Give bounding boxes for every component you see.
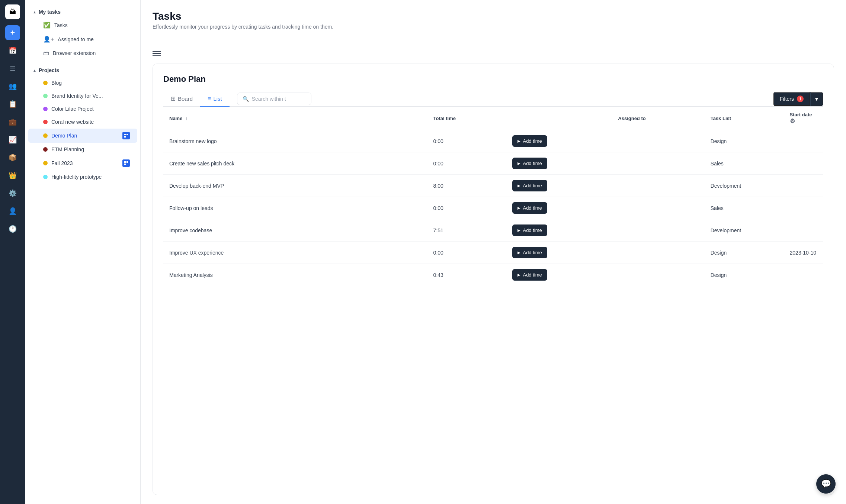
list-icon: ≡ — [208, 96, 211, 102]
task-btn-cell-4: ▶ Add time — [506, 219, 612, 242]
play-icon-6: ▶ — [517, 273, 520, 277]
task-btn-cell-1: ▶ Add time — [506, 152, 612, 175]
project-dot-3 — [43, 120, 48, 124]
project-badge-4 — [122, 132, 130, 139]
task-list-cell-5: Design — [705, 242, 784, 264]
sidebar-item-browser-ext[interactable]: 🗃 Browser extension — [28, 46, 137, 60]
play-icon-0: ▶ — [517, 139, 520, 143]
table-row: Brainstorm new logo 0:00 ▶ Add time Desi… — [163, 130, 823, 152]
sidebar-project-item-4[interactable]: Demo Plan — [28, 129, 137, 143]
sidebar-item-tasks[interactable]: ✅ Tasks — [28, 18, 137, 32]
sidebar-project-item-0[interactable]: Blog — [28, 77, 137, 89]
plus-icon: + — [10, 28, 15, 38]
add-time-button-3[interactable]: ▶ Add time — [512, 202, 547, 214]
logo: 🏔 — [5, 4, 20, 19]
sidebar-project-item-1[interactable]: Brand Identity for Ve... — [28, 90, 137, 102]
filters-count-badge: 1 — [797, 96, 804, 102]
table-row: Improve UX experience 0:00 ▶ Add time De… — [163, 242, 823, 264]
add-time-button-4[interactable]: ▶ Add time — [512, 224, 547, 236]
task-name-cell-5: Improve UX experience — [163, 242, 427, 264]
project-label-4: Demo Plan — [51, 133, 77, 139]
task-time-cell-4: 7:51 — [427, 219, 507, 242]
chat-button[interactable]: 💬 — [816, 474, 836, 494]
nav-history[interactable]: 🕐 — [5, 222, 20, 236]
svg-rect-5 — [124, 164, 126, 165]
col-header-btn — [506, 107, 612, 130]
filters-dropdown-button[interactable]: ▾ — [810, 92, 823, 106]
add-button[interactable]: + — [5, 25, 20, 40]
sidebar-project-item-7[interactable]: High-fidelity prototype — [28, 171, 137, 183]
nav-settings[interactable]: ⚙️ — [5, 186, 20, 201]
filters-main-button[interactable]: Filters 1 — [773, 92, 810, 106]
nav-projects[interactable]: 📋 — [5, 97, 20, 112]
nav-rail: 🏔 + 📅 ☰ 👥 📋 💼 📈 📦 👑 ⚙️ 👤 🕐 — [0, 0, 25, 504]
task-name-1: Create new sales pitch deck — [169, 161, 234, 167]
nav-analytics[interactable]: 📈 — [5, 132, 20, 147]
project-label-7: High-fidelity prototype — [51, 174, 102, 180]
projects-section[interactable]: ▲ Projects — [25, 64, 140, 76]
page-title: Tasks — [153, 10, 834, 22]
tab-list[interactable]: ≡ List — [200, 92, 230, 107]
add-time-label-5: Add time — [523, 250, 542, 255]
task-btn-cell-6: ▶ Add time — [506, 264, 612, 286]
sort-icon: ↑ — [185, 116, 188, 121]
sidebar-project-item-2[interactable]: Color Lilac Project — [28, 103, 137, 115]
sidebar-project-item-3[interactable]: Coral new website — [28, 116, 137, 128]
nav-work[interactable]: 💼 — [5, 114, 20, 129]
sidebar-project-item-6[interactable]: Fall 2023 — [28, 156, 137, 170]
project-label-1: Brand Identity for Ve... — [51, 93, 103, 99]
task-list-cell-4: Development — [705, 219, 784, 242]
my-tasks-section[interactable]: ▲ My tasks — [25, 6, 140, 18]
play-icon-5: ▶ — [517, 251, 520, 255]
task-list-cell-1: Sales — [705, 152, 784, 175]
main-content: Tasks Effortlessly monitor your progress… — [141, 0, 846, 504]
task-time-cell-3: 0:00 — [427, 197, 507, 219]
table-row: Marketing Analysis 0:43 ▶ Add time Desig… — [163, 264, 823, 286]
column-settings-icon[interactable]: ⚙ — [790, 118, 795, 124]
task-date-cell-5: 2023-10-10 — [784, 242, 823, 264]
play-icon-3: ▶ — [517, 206, 520, 210]
content-area: Demo Plan ⊞ Board ≡ List 🔍 Search within… — [141, 36, 846, 504]
nav-menu[interactable]: ☰ — [5, 61, 20, 76]
project-dot-5 — [43, 147, 48, 152]
add-time-button-0[interactable]: ▶ Add time — [512, 135, 547, 147]
add-time-button-2[interactable]: ▶ Add time — [512, 180, 547, 191]
add-time-button-6[interactable]: ▶ Add time — [512, 269, 547, 281]
task-time-cell-0: 0:00 — [427, 130, 507, 152]
nav-crown[interactable]: 👑 — [5, 168, 20, 183]
project-badge-6 — [122, 159, 130, 167]
nav-account[interactable]: 👤 — [5, 204, 20, 219]
tab-board[interactable]: ⊞ Board — [163, 91, 200, 107]
add-time-button-1[interactable]: ▶ Add time — [512, 158, 547, 169]
task-name-cell-4: Improve codebase — [163, 219, 427, 242]
task-btn-cell-2: ▶ Add time — [506, 175, 612, 197]
task-name-0: Brainstorm new logo — [169, 138, 217, 144]
task-table-body: Brainstorm new logo 0:00 ▶ Add time Desi… — [163, 130, 823, 286]
add-time-label-1: Add time — [523, 161, 542, 166]
sidebar-project-item-5[interactable]: ETM Planning — [28, 143, 137, 156]
sidebar-item-assigned[interactable]: 👤+ Assigned to me — [28, 32, 137, 46]
chevron-down-icon: ▾ — [815, 96, 818, 102]
svg-rect-3 — [124, 161, 126, 163]
task-btn-cell-5: ▶ Add time — [506, 242, 612, 264]
project-dot-6 — [43, 161, 48, 165]
search-box[interactable]: 🔍 Search within t — [237, 93, 311, 105]
col-header-name[interactable]: Name ↑ — [163, 107, 427, 130]
assigned-label: Assigned to me — [58, 36, 94, 42]
task-name-2: Develop back-end MVP — [169, 183, 224, 189]
board-icon: ⊞ — [171, 95, 176, 102]
task-assigned-cell-4 — [612, 219, 704, 242]
svg-rect-4 — [126, 161, 128, 163]
add-time-button-5[interactable]: ▶ Add time — [512, 247, 547, 258]
nav-calendar[interactable]: 📅 — [5, 43, 20, 58]
project-dot-4 — [43, 133, 48, 138]
task-assigned-cell-0 — [612, 130, 704, 152]
nav-team[interactable]: 👥 — [5, 79, 20, 94]
svg-rect-0 — [124, 134, 126, 135]
sidebar: ▲ My tasks ✅ Tasks 👤+ Assigned to me 🗃 B… — [25, 0, 141, 504]
task-name-3: Follow-up on leads — [169, 205, 213, 211]
nav-packages[interactable]: 📦 — [5, 150, 20, 165]
hamburger-menu[interactable] — [153, 45, 834, 64]
my-tasks-arrow: ▲ — [33, 10, 36, 14]
col-header-date[interactable]: Start date ⚙ — [784, 107, 823, 130]
